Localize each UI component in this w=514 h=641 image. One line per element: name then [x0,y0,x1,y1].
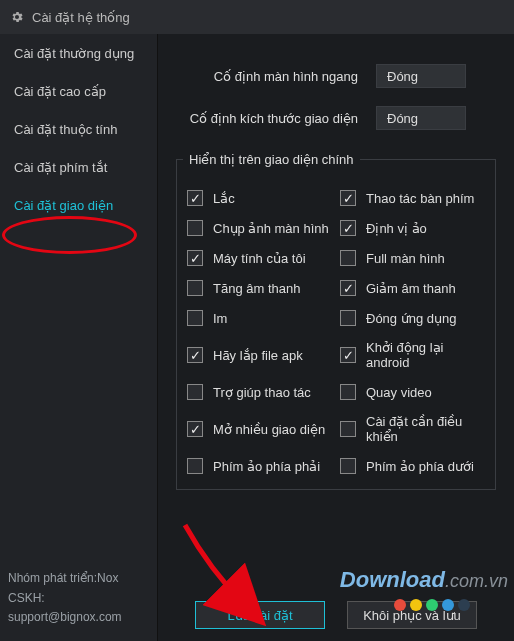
check-item[interactable]: Máy tính của tôi [183,243,336,273]
fixed-landscape-label: Cố định màn hình ngang [176,69,376,84]
check-label: Trợ giúp thao tác [213,385,311,400]
checkbox[interactable] [187,384,203,400]
check-label: Cài đặt cần điều khiển [366,414,485,444]
check-item[interactable]: Quay video [336,377,489,407]
check-item[interactable]: Chụp ảnh màn hình [183,213,336,243]
checkbox[interactable] [340,250,356,266]
checkbox[interactable] [187,250,203,266]
check-item[interactable]: Thao tác bàn phím [336,183,489,213]
check-label: Im [213,311,227,326]
sidebar-footer: Nhóm phát triển:Nox CSKH: support@bignox… [0,559,157,641]
sidebar-item-common[interactable]: Cài đặt thường dụng [0,34,157,72]
checkbox[interactable] [187,220,203,236]
check-label: Giảm âm thanh [366,281,456,296]
check-label: Quay video [366,385,432,400]
check-label: Full màn hình [366,251,445,266]
checkbox[interactable] [187,280,203,296]
checkbox[interactable] [340,421,356,437]
checkbox[interactable] [340,190,356,206]
restore-button[interactable]: Khôi phục và lưu [347,601,477,629]
check-label: Lắc [213,191,235,206]
check-item[interactable]: Khởi động lại android [336,333,489,377]
check-item[interactable]: Full màn hình [336,243,489,273]
check-label: Hãy lắp file apk [213,348,303,363]
check-label: Mở nhiều giao diện [213,422,325,437]
fixed-size-label: Cố định kích thước giao diện [176,111,376,126]
checkbox[interactable] [187,347,203,363]
check-label: Chụp ảnh màn hình [213,221,329,236]
checkbox[interactable] [340,384,356,400]
main-panel: Cố định màn hình ngang Đóng Cố định kích… [158,34,514,641]
gear-icon [10,10,24,24]
checkbox[interactable] [340,347,356,363]
check-label: Máy tính của tôi [213,251,306,266]
fixed-size-select[interactable]: Đóng [376,106,466,130]
check-item[interactable]: Mở nhiều giao diện [183,407,336,451]
check-item[interactable]: Định vị ảo [336,213,489,243]
check-item[interactable]: Giảm âm thanh [336,273,489,303]
check-label: Đóng ứng dụng [366,311,456,326]
sidebar-item-interface[interactable]: Cài đặt giao diện [0,186,157,224]
checkbox[interactable] [340,458,356,474]
check-item[interactable]: Trợ giúp thao tác [183,377,336,407]
display-group: Hiển thị trên giao diện chính LắcThao tá… [176,152,496,490]
sidebar-item-shortcuts[interactable]: Cài đặt phím tắt [0,148,157,186]
window-title: Cài đặt hệ thống [32,10,130,25]
checkbox[interactable] [187,458,203,474]
check-label: Định vị ảo [366,221,427,236]
checkbox[interactable] [340,280,356,296]
check-item[interactable]: Lắc [183,183,336,213]
check-item[interactable]: Tăng âm thanh [183,273,336,303]
checkbox[interactable] [340,220,356,236]
checkbox[interactable] [187,421,203,437]
sidebar: Cài đặt thường dụng Cài đặt cao cấp Cài … [0,34,158,641]
check-item[interactable]: Im [183,303,336,333]
checkbox[interactable] [187,190,203,206]
check-item[interactable]: Phím ảo phía phải [183,451,336,481]
save-button[interactable]: Lưu cài đặt [195,601,325,629]
check-item[interactable]: Hãy lắp file apk [183,333,336,377]
sidebar-item-properties[interactable]: Cài đặt thuộc tính [0,110,157,148]
check-label: Phím ảo phía dưới [366,459,474,474]
check-label: Khởi động lại android [366,340,485,370]
display-group-legend: Hiển thị trên giao diện chính [183,152,360,167]
check-label: Tăng âm thanh [213,281,300,296]
check-item[interactable]: Đóng ứng dụng [336,303,489,333]
check-label: Thao tác bàn phím [366,191,474,206]
titlebar: Cài đặt hệ thống [0,0,514,34]
checkbox[interactable] [340,310,356,326]
fixed-landscape-select[interactable]: Đóng [376,64,466,88]
checkbox[interactable] [187,310,203,326]
sidebar-item-advanced[interactable]: Cài đặt cao cấp [0,72,157,110]
check-item[interactable]: Cài đặt cần điều khiển [336,407,489,451]
check-item[interactable]: Phím ảo phía dưới [336,451,489,481]
check-label: Phím ảo phía phải [213,459,320,474]
